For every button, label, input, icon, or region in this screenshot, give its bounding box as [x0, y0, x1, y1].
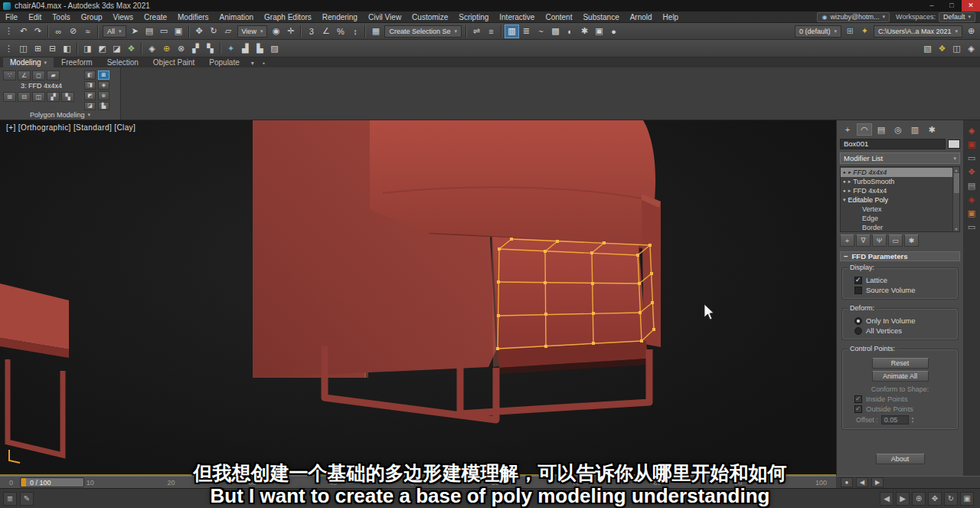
- tool-icon-1[interactable]: ◫: [16, 41, 31, 55]
- modifier-stack-item-ffd[interactable]: ● ▸ FFD 4x4x4: [841, 186, 952, 195]
- render-setup-icon[interactable]: ✱: [577, 25, 592, 38]
- dock-icon-7[interactable]: ▣: [968, 209, 975, 218]
- tab-selection[interactable]: Selection: [100, 57, 145, 67]
- pm-mini-button-4[interactable]: ◪: [84, 102, 96, 111]
- render-icon[interactable]: ●: [606, 25, 621, 38]
- menu-views[interactable]: Views: [108, 13, 139, 21]
- layer-manager-icon[interactable]: ≣: [519, 25, 534, 38]
- spinner-snap-icon[interactable]: ↕: [348, 25, 362, 38]
- visibility-bulb-icon[interactable]: ●: [843, 179, 846, 184]
- lattice-option[interactable]: Lattice: [854, 276, 955, 284]
- display-toggle-icon[interactable]: ✦: [858, 25, 872, 38]
- outside-points-checkbox[interactable]: [854, 405, 862, 413]
- configure-modifier-sets-icon[interactable]: ✱: [904, 234, 919, 247]
- menu-group[interactable]: Group: [76, 13, 108, 21]
- undo-icon[interactable]: ↶: [16, 25, 31, 38]
- menu-arnold[interactable]: Arnold: [625, 13, 658, 21]
- pm-tool-button-1[interactable]: ⊞: [3, 92, 16, 102]
- pm-mini-button-7[interactable]: ⊗: [98, 91, 109, 100]
- select-manipulate-icon[interactable]: ✛: [283, 25, 298, 38]
- modifier-list-dropdown[interactable]: Modifier List ▾: [840, 152, 960, 164]
- scrollbar-thumb[interactable]: [954, 173, 959, 193]
- use-pivot-center-icon[interactable]: ◉: [269, 25, 283, 38]
- tool-icon-5[interactable]: ◨: [80, 41, 95, 55]
- selection-filter-dropdown[interactable]: All ▾: [103, 25, 126, 38]
- dock-icon-6[interactable]: ◈: [969, 195, 975, 204]
- select-move-icon[interactable]: ✥: [192, 25, 207, 38]
- track-bar[interactable]: 0 10 20 30 40 50 60 70 80 90 100 0 / 100: [0, 476, 836, 488]
- tab-modeling[interactable]: Modeling ▾: [3, 57, 54, 67]
- collapse-icon[interactable]: ▾: [843, 197, 846, 203]
- reset-button[interactable]: Reset: [872, 358, 929, 369]
- dock-icon-5[interactable]: ▤: [968, 182, 975, 190]
- tool-icon-20[interactable]: ◫: [949, 41, 964, 55]
- subobject-border[interactable]: Border: [841, 223, 952, 232]
- dock-icon-3[interactable]: ▭: [968, 154, 975, 162]
- border-mode-button[interactable]: ◻: [32, 70, 45, 80]
- motion-tab-icon[interactable]: ◎: [890, 123, 906, 136]
- viewport[interactable]: [+] [Orthographic] [Standard] [Clay]: [0, 120, 836, 476]
- pin-stack-icon[interactable]: ⌖: [840, 234, 854, 247]
- tab-object-paint[interactable]: Object Paint: [146, 57, 201, 67]
- tool-icon-8[interactable]: ❖: [124, 41, 139, 55]
- about-button[interactable]: About: [876, 454, 925, 464]
- menu-file[interactable]: File: [0, 13, 23, 21]
- curve-editor-icon[interactable]: ~: [534, 25, 548, 38]
- percent-snap-icon[interactable]: %: [333, 25, 348, 38]
- display-tab-icon[interactable]: ▥: [907, 123, 923, 136]
- tool-icon-12[interactable]: ▞: [188, 41, 203, 55]
- tool-icon-6[interactable]: ◩: [95, 41, 109, 55]
- offset-field[interactable]: Offset : 0.05 ▴ ▾: [856, 415, 955, 424]
- dock-icon-4[interactable]: ❖: [968, 168, 975, 176]
- tool-icon-2[interactable]: ⊞: [31, 41, 45, 55]
- reference-coordinate-dropdown[interactable]: View ▾: [237, 25, 268, 38]
- unlink-icon[interactable]: ⊘: [66, 25, 80, 38]
- create-tab-icon[interactable]: +: [840, 123, 855, 136]
- tool-icon-14[interactable]: ✦: [224, 41, 238, 55]
- previous-key-button[interactable]: ◀: [856, 477, 868, 487]
- help-search-icon[interactable]: ⊕: [964, 25, 978, 38]
- maxscript-listener-icon[interactable]: ≣: [3, 492, 17, 506]
- rectangular-selection-icon[interactable]: ▭: [157, 25, 172, 38]
- menu-content[interactable]: Content: [540, 13, 577, 21]
- ribbon-minimize-icon[interactable]: ▪: [259, 59, 270, 67]
- tool-icon-16[interactable]: ▙: [253, 41, 267, 55]
- redo-icon[interactable]: ↷: [31, 25, 45, 38]
- pm-mini-button-2[interactable]: ◨: [84, 81, 96, 90]
- polygon-modeling-footer[interactable]: Polygon Modeling ▾: [0, 111, 120, 119]
- time-slider-handle[interactable]: 0 / 100: [20, 477, 84, 487]
- minimize-button[interactable]: –: [922, 0, 942, 11]
- select-by-name-icon[interactable]: ▤: [142, 25, 157, 38]
- account-menu[interactable]: ◉ wizuby@hotm... ▾: [817, 12, 890, 22]
- toolbar-drag-handle[interactable]: ⋮: [2, 25, 16, 38]
- all-vertices-option[interactable]: All Vertices: [854, 326, 955, 335]
- tool-icon-3[interactable]: ⊟: [45, 41, 60, 55]
- named-selection-dropdown[interactable]: Create Selection Se ▾: [384, 25, 462, 38]
- snaps-toggle-icon[interactable]: 3: [304, 25, 318, 38]
- menu-civil-view[interactable]: Civil View: [363, 13, 407, 21]
- modifier-stack-item-ffd-top[interactable]: ● ▸ FFD 4x4x4: [841, 168, 952, 177]
- scene-explorer-icon[interactable]: ▥: [505, 25, 519, 38]
- layer-dropdown[interactable]: 0 (default) ▾: [795, 25, 841, 38]
- menu-create[interactable]: Create: [139, 13, 172, 21]
- material-editor-icon[interactable]: ◐: [563, 25, 577, 38]
- select-object-icon[interactable]: ➤: [128, 25, 142, 38]
- tool-icon-9[interactable]: ◈: [145, 41, 159, 55]
- scene-notes-icon[interactable]: ✎: [20, 492, 34, 506]
- animate-all-button[interactable]: Animate All: [872, 371, 929, 382]
- visibility-bulb-icon[interactable]: ●: [843, 188, 846, 193]
- menu-edit[interactable]: Edit: [23, 13, 47, 21]
- link-icon[interactable]: ∞: [51, 25, 66, 38]
- show-end-result-icon[interactable]: ∇: [856, 234, 871, 247]
- source-volume-option[interactable]: Source Volume: [854, 286, 955, 294]
- maximize-viewport-button[interactable]: ▣: [960, 492, 974, 506]
- align-icon[interactable]: ≡: [484, 25, 498, 38]
- tab-freeform[interactable]: Freeform: [54, 57, 100, 67]
- subobject-edge[interactable]: Edge: [841, 214, 952, 223]
- polygon-mode-button[interactable]: ▰: [47, 70, 60, 80]
- select-scale-icon[interactable]: ▱: [221, 25, 236, 38]
- play-backwards-button[interactable]: ◀: [880, 492, 893, 506]
- window-crossing-icon[interactable]: ▣: [172, 25, 186, 38]
- close-button[interactable]: ✕: [962, 0, 980, 11]
- outside-points-option[interactable]: Outside Points: [854, 405, 955, 413]
